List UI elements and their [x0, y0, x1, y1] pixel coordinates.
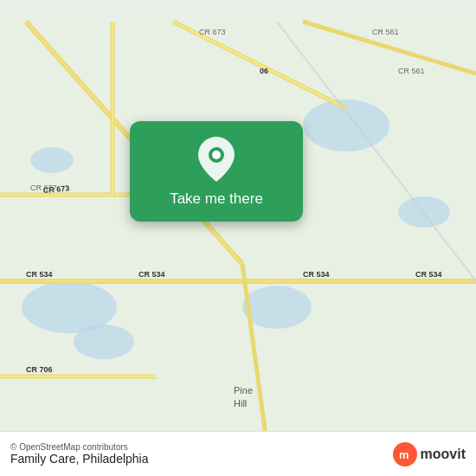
svg-text:06: 06: [260, 67, 268, 75]
svg-point-5: [398, 196, 450, 228]
take-me-there-label: Take me there: [170, 190, 263, 208]
bottom-bar: © OpenStreetMap contributors Family Care…: [0, 431, 476, 476]
moovit-logo: m moovit: [393, 442, 466, 466]
take-me-there-card[interactable]: Take me there: [130, 121, 303, 222]
svg-text:CR 534: CR 534: [138, 270, 165, 279]
moovit-icon: m: [393, 442, 417, 466]
location-pin-icon: [194, 137, 239, 182]
svg-text:CR 706: CR 706: [26, 365, 53, 374]
bottom-left-info: © OpenStreetMap contributors Family Care…: [10, 442, 149, 466]
svg-point-2: [74, 325, 134, 359]
svg-text:m: m: [399, 448, 409, 461]
osm-attribution: © OpenStreetMap contributors: [10, 442, 149, 452]
location-name: Family Care, Philadelphia: [10, 452, 149, 466]
moovit-text: moovit: [421, 447, 466, 462]
map-container: CR 677 CR 673 CR 673 CR 673 CR 561 CR 56…: [0, 0, 476, 476]
svg-text:CR 534: CR 534: [303, 270, 330, 279]
svg-point-6: [30, 147, 74, 173]
svg-text:CR 561: CR 561: [398, 67, 425, 75]
svg-text:Pine: Pine: [234, 385, 253, 396]
map-background: CR 677 CR 673 CR 673 CR 673 CR 561 CR 56…: [0, 0, 476, 476]
svg-point-3: [242, 286, 312, 329]
svg-text:CR 534: CR 534: [415, 270, 442, 279]
svg-text:Hill: Hill: [234, 398, 247, 408]
svg-point-37: [212, 151, 221, 159]
svg-text:CR 534: CR 534: [26, 270, 53, 279]
svg-text:CR 561: CR 561: [372, 28, 399, 36]
svg-text:CR 673: CR 673: [199, 28, 226, 36]
